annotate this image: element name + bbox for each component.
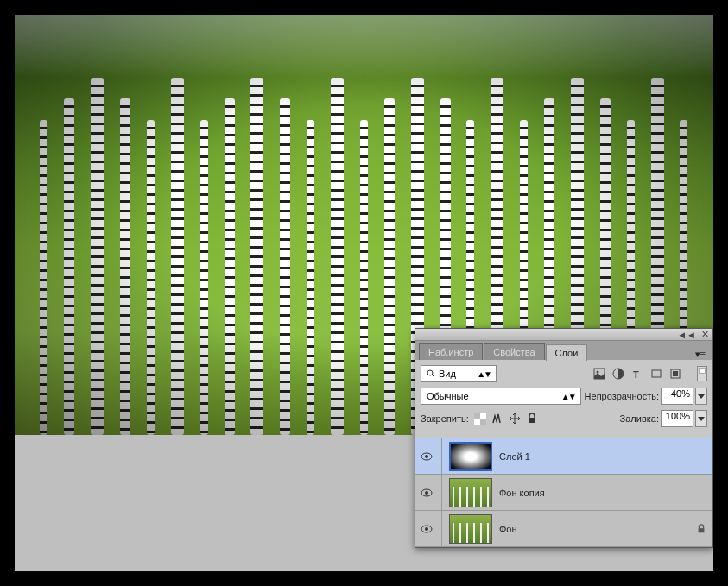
lock-transparency-icon[interactable] — [474, 413, 486, 425]
visibility-toggle-icon[interactable] — [419, 451, 434, 463]
lock-image-icon[interactable] — [491, 413, 503, 425]
filter-type-icon[interactable]: T — [631, 368, 643, 380]
svg-text:T: T — [633, 369, 639, 380]
blend-dropdown-icon: ▲▼ — [561, 392, 575, 401]
tab-presets[interactable]: Наб.инстр — [419, 343, 483, 360]
lock-icon — [693, 524, 709, 534]
filter-label: Вид — [439, 369, 456, 379]
lock-all-icon[interactable] — [526, 413, 538, 425]
visibility-toggle-icon[interactable] — [419, 523, 434, 535]
fill-label: Заливка: — [620, 413, 659, 424]
filter-shape-icon[interactable] — [650, 368, 662, 380]
panel-tabs: Наб.инстр Свойства Слои ▾≡ — [415, 341, 712, 360]
svg-rect-9 — [474, 413, 480, 419]
tab-properties[interactable]: Свойства — [484, 343, 544, 360]
layer-row[interactable]: Фон — [415, 511, 712, 547]
svg-point-15 — [425, 455, 428, 458]
layer-thumbnail[interactable] — [449, 478, 492, 507]
layer-filter-type[interactable]: Вид ▲▼ — [421, 365, 497, 382]
fill-dropdown-icon[interactable] — [695, 410, 707, 427]
tab-layers[interactable]: Слои — [546, 344, 588, 361]
filter-smartobject-icon[interactable] — [669, 368, 681, 380]
opacity-input[interactable]: 40% — [661, 388, 693, 405]
layer-row[interactable]: Фон копия — [415, 475, 712, 511]
lock-position-icon[interactable] — [509, 413, 521, 425]
filter-adjustment-icon[interactable] — [612, 368, 624, 380]
layer-name[interactable]: Фон — [499, 524, 687, 534]
blend-mode-select[interactable]: Обычные ▲▼ — [421, 388, 581, 405]
panel-titlebar: ◄◄ ✕ — [415, 329, 712, 341]
layer-row[interactable]: Слой 1 — [415, 438, 712, 475]
svg-point-19 — [425, 527, 428, 531]
fill-input[interactable]: 100% — [661, 410, 693, 427]
lock-label: Закрепить: — [421, 413, 469, 424]
panel-menu-icon[interactable]: ▾≡ — [688, 349, 712, 360]
opacity-dropdown-icon[interactable] — [695, 388, 707, 405]
svg-rect-20 — [699, 528, 705, 532]
svg-line-1 — [432, 375, 434, 377]
visibility-toggle-icon[interactable] — [419, 487, 434, 499]
layers-panel: ◄◄ ✕ Наб.инстр Свойства Слои ▾≡ Вид ▲▼ T — [415, 328, 713, 548]
opacity-label: Непрозрачность: — [585, 391, 659, 401]
blend-mode-value: Обычные — [427, 391, 469, 401]
svg-rect-8 — [673, 371, 678, 376]
svg-rect-11 — [480, 413, 486, 419]
filter-toggle-switch[interactable] — [697, 366, 707, 381]
svg-rect-6 — [652, 370, 661, 377]
layers-list: Слой 1 Фон копия Фон — [415, 438, 712, 547]
close-icon[interactable]: ✕ — [701, 329, 709, 340]
filter-dropdown-icon: ▲▼ — [477, 369, 491, 379]
svg-point-17 — [425, 491, 428, 495]
svg-rect-10 — [480, 419, 486, 425]
collapse-icon[interactable]: ◄◄ — [677, 330, 696, 340]
layer-thumbnail[interactable] — [449, 514, 492, 544]
svg-rect-12 — [474, 419, 480, 425]
filter-pixel-icon[interactable] — [593, 368, 605, 380]
layer-name[interactable]: Фон копия — [499, 488, 709, 498]
layer-thumbnail[interactable] — [449, 442, 492, 471]
svg-rect-13 — [529, 418, 535, 423]
layer-name[interactable]: Слой 1 — [499, 451, 709, 462]
